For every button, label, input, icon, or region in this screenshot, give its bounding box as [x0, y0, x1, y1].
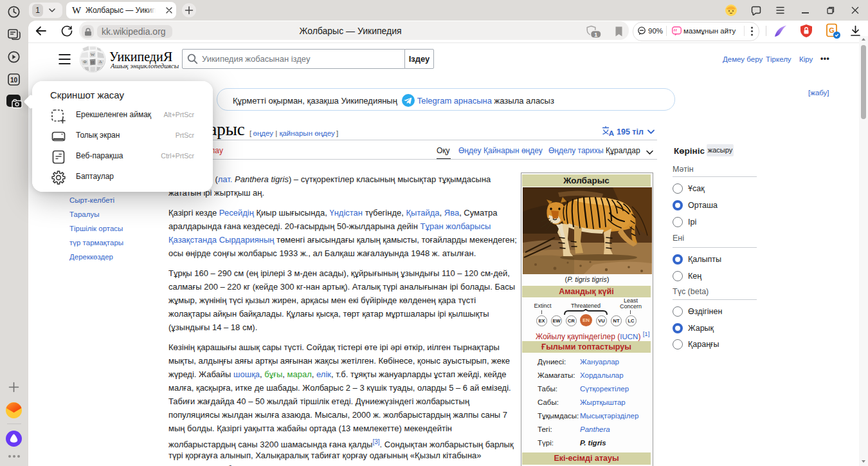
svg-text:1: 1 — [594, 32, 597, 38]
svg-text:10: 10 — [10, 77, 18, 84]
svg-text:W: W — [91, 52, 95, 57]
svg-text:A: A — [609, 129, 614, 136]
svg-text:И: И — [91, 60, 94, 65]
svg-text:Δ: Δ — [99, 59, 102, 64]
svg-text:Ф: Ф — [83, 59, 87, 64]
svg-text:G: G — [829, 26, 835, 34]
